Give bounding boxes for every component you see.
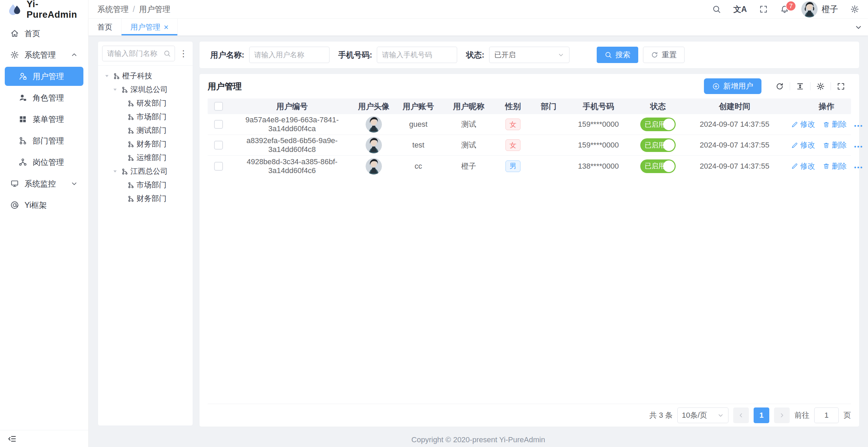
username-filter-input[interactable] bbox=[249, 47, 329, 63]
branch-icon bbox=[127, 195, 134, 202]
tree-node[interactable]: 江西总公司 bbox=[100, 165, 191, 178]
user-avatar bbox=[366, 158, 382, 174]
caret-down-icon[interactable] bbox=[103, 73, 111, 79]
more-actions-icon[interactable] bbox=[854, 164, 862, 168]
add-user-button[interactable]: 新增用户 bbox=[704, 78, 761, 94]
phone-filter-input[interactable] bbox=[377, 47, 457, 63]
user-avatar bbox=[801, 1, 818, 17]
refresh-icon[interactable] bbox=[770, 82, 790, 91]
role-icon bbox=[18, 93, 27, 102]
user-account: test bbox=[393, 141, 444, 150]
user-id: 4928be8d-3c34-a385-86bf-3a14dd60f4c6 bbox=[229, 157, 355, 175]
sidebar-item-label: 首页 bbox=[25, 28, 40, 39]
user-nickname: 橙子 bbox=[444, 161, 494, 171]
density-icon[interactable] bbox=[790, 82, 810, 91]
tree-node[interactable]: 市场部门 bbox=[100, 110, 191, 124]
tree-node[interactable]: 深圳总公司 bbox=[100, 83, 191, 96]
column-settings-gear-icon[interactable] bbox=[810, 82, 831, 91]
sidebar-item-roles[interactable]: 角色管理 bbox=[5, 88, 83, 107]
tab-home[interactable]: 首页 bbox=[89, 19, 122, 35]
user-nickname: 测试 bbox=[444, 140, 494, 150]
sidebar-item-posts[interactable]: 岗位管理 bbox=[5, 153, 83, 172]
prev-page-button[interactable] bbox=[733, 407, 749, 423]
translate-icon[interactable]: 文A bbox=[733, 4, 747, 15]
edit-button[interactable]: 修改 bbox=[791, 140, 815, 150]
branch-icon bbox=[127, 182, 134, 189]
sidebar-item-users[interactable]: 用户管理 bbox=[5, 67, 83, 86]
reset-button[interactable]: 重置 bbox=[643, 47, 685, 63]
pencil-icon bbox=[791, 121, 798, 128]
logo-drop-icon bbox=[7, 2, 22, 17]
branch-icon bbox=[127, 127, 134, 134]
notification-bell-icon[interactable]: 7 bbox=[780, 5, 789, 14]
breadcrumb-item[interactable]: 系统管理 bbox=[97, 4, 129, 15]
page-number-current[interactable]: 1 bbox=[754, 407, 769, 423]
branch-icon bbox=[127, 100, 134, 107]
tab-bar: 首页 用户管理 × bbox=[89, 18, 868, 35]
row-checkbox[interactable] bbox=[214, 162, 223, 171]
main-content: ⋮ 橙子科技 深圳总公司 研发部门 bbox=[89, 35, 868, 427]
collapse-sidebar-icon[interactable] bbox=[7, 434, 17, 444]
status-toggle[interactable]: 已启用 bbox=[640, 118, 676, 131]
tree-node[interactable]: 橙子科技 bbox=[100, 69, 191, 83]
tree-node[interactable]: 运维部门 bbox=[100, 151, 191, 165]
caret-down-icon[interactable] bbox=[111, 169, 119, 174]
search-button[interactable]: 搜索 bbox=[597, 47, 638, 63]
sidebar-item-framework[interactable]: Yi框架 bbox=[5, 196, 83, 215]
column-header[interactable]: 用户编号 bbox=[229, 101, 355, 112]
table-fullscreen-icon[interactable] bbox=[831, 82, 851, 91]
toggle-knob bbox=[663, 160, 675, 172]
delete-button[interactable]: 删除 bbox=[823, 161, 847, 171]
edit-button[interactable]: 修改 bbox=[791, 119, 815, 129]
user-menu[interactable]: 橙子 bbox=[801, 1, 838, 17]
table-card-title: 用户管理 bbox=[208, 81, 242, 92]
app-title: Yi-PureAdmin bbox=[27, 0, 88, 20]
user-table: 用户编号 用户头像 用户账号 用户昵称 性别 部门 手机号码 状态 创建时间 操… bbox=[208, 98, 851, 404]
sidebar-item-depts[interactable]: 部门管理 bbox=[5, 131, 83, 150]
next-page-button[interactable] bbox=[774, 407, 790, 423]
search-icon[interactable] bbox=[712, 5, 721, 14]
trash-icon bbox=[823, 163, 830, 170]
page-size-select[interactable]: 10条/页 bbox=[677, 407, 728, 423]
delete-button[interactable]: 删除 bbox=[823, 140, 847, 150]
select-all-checkbox[interactable] bbox=[214, 102, 223, 111]
row-checkbox[interactable] bbox=[214, 120, 223, 129]
refresh-icon bbox=[651, 51, 658, 59]
tree-node-label: 研发部门 bbox=[136, 98, 166, 108]
tree-node[interactable]: 市场部门 bbox=[100, 178, 191, 192]
fullscreen-icon[interactable] bbox=[759, 5, 768, 14]
tab-user-management[interactable]: 用户管理 × bbox=[122, 19, 178, 35]
sidebar-item-home[interactable]: 首页 bbox=[5, 24, 83, 43]
sidebar-item-menus[interactable]: 菜单管理 bbox=[5, 110, 83, 129]
caret-down-icon[interactable] bbox=[111, 87, 119, 92]
gender-tag: 女 bbox=[505, 139, 520, 151]
goto-page-input[interactable] bbox=[814, 407, 839, 423]
edit-button[interactable]: 修改 bbox=[791, 161, 815, 171]
status-toggle[interactable]: 已启用 bbox=[640, 138, 676, 152]
footer: Copyright © 2020-present Yi-PureAdmin bbox=[89, 433, 868, 447]
column-header: 用户头像 bbox=[355, 101, 393, 112]
sidebar: Yi-PureAdmin 首页 系统管理 用户管理 角色管理 bbox=[0, 0, 89, 447]
sidebar-item-system[interactable]: 系统管理 bbox=[5, 45, 83, 64]
tree-node[interactable]: 财务部门 bbox=[100, 192, 191, 205]
tab-close-icon[interactable]: × bbox=[164, 23, 168, 31]
breadcrumb-separator: / bbox=[133, 5, 135, 14]
tree-node[interactable]: 财务部门 bbox=[100, 137, 191, 151]
app-root: Yi-PureAdmin 首页 系统管理 用户管理 角色管理 bbox=[0, 0, 868, 447]
tree-node[interactable]: 研发部门 bbox=[100, 96, 191, 110]
tree-more-kebab-icon[interactable]: ⋮ bbox=[178, 49, 189, 58]
more-actions-icon[interactable] bbox=[854, 143, 862, 148]
more-actions-icon[interactable] bbox=[854, 122, 862, 127]
status-toggle[interactable]: 已启用 bbox=[640, 159, 676, 173]
settings-gear-icon[interactable] bbox=[850, 5, 859, 14]
user-phone: 138****0000 bbox=[565, 162, 632, 171]
delete-button[interactable]: 删除 bbox=[823, 119, 847, 129]
status-select[interactable]: 已开启 bbox=[489, 47, 569, 63]
row-checkbox[interactable] bbox=[214, 141, 223, 150]
tree-search-row: ⋮ bbox=[98, 42, 193, 66]
sidebar-item-monitor[interactable]: 系统监控 bbox=[5, 174, 83, 193]
tree-node[interactable]: 测试部门 bbox=[100, 124, 191, 137]
monitor-icon bbox=[10, 179, 19, 188]
user-id: a8392efa-5ed8-6b56-9a9e-3a14dd60f4c8 bbox=[229, 136, 355, 154]
tab-menu-chevron-icon[interactable] bbox=[849, 19, 868, 35]
